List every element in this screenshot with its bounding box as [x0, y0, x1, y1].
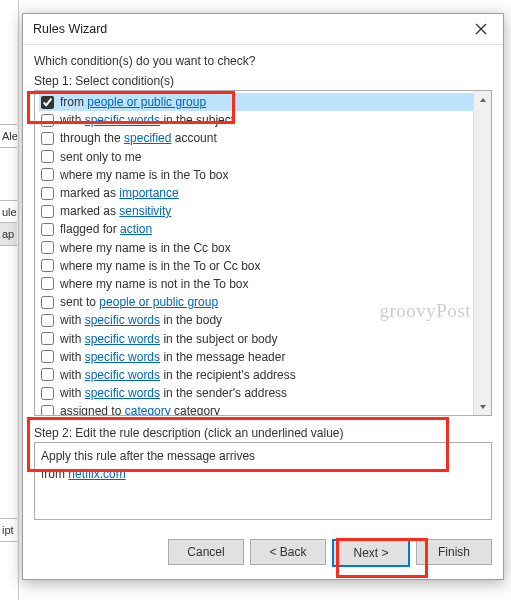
condition-row[interactable]: assigned to category category — [39, 402, 474, 415]
condition-text-pre: sent to — [60, 295, 99, 309]
desc-sender-link[interactable]: netflix.com — [68, 467, 125, 481]
condition-link[interactable]: specific words — [85, 313, 160, 327]
condition-link[interactable]: sensitivity — [119, 204, 171, 218]
condition-text: with specific words in the message heade… — [60, 350, 285, 364]
chevron-down-icon — [479, 404, 487, 410]
condition-link[interactable]: specific words — [85, 113, 160, 127]
condition-row[interactable]: where my name is in the Cc box — [39, 239, 474, 257]
condition-link[interactable]: importance — [119, 186, 178, 200]
step1-label: Step 1: Select condition(s) — [34, 74, 492, 88]
condition-checkbox[interactable] — [41, 259, 54, 272]
condition-text-pre: marked as — [60, 186, 119, 200]
condition-link[interactable]: category — [125, 404, 171, 415]
condition-checkbox[interactable] — [41, 187, 54, 200]
dialog-button-row: Cancel < Back Next > Finish — [168, 539, 492, 567]
condition-text: sent only to me — [60, 150, 141, 164]
condition-row[interactable]: where my name is not in the To box — [39, 275, 474, 293]
scroll-up-button[interactable] — [474, 91, 491, 108]
condition-text-pre: from — [60, 95, 87, 109]
conditions-scrollbar[interactable] — [473, 91, 491, 415]
condition-checkbox[interactable] — [41, 96, 54, 109]
condition-text: where my name is in the To or Cc box — [60, 259, 261, 273]
condition-text-pre: with — [60, 368, 85, 382]
condition-checkbox[interactable] — [41, 296, 54, 309]
condition-checkbox[interactable] — [41, 277, 54, 290]
condition-text: from people or public group — [60, 95, 206, 109]
rules-wizard-dialog: Rules Wizard Which condition(s) do you w… — [22, 13, 504, 580]
condition-text-post: in the subject — [160, 113, 234, 127]
condition-row[interactable]: with specific words in the sender's addr… — [39, 384, 474, 402]
condition-link[interactable]: specific words — [85, 368, 160, 382]
condition-text: marked as sensitivity — [60, 204, 171, 218]
condition-checkbox[interactable] — [41, 350, 54, 363]
condition-checkbox[interactable] — [41, 150, 54, 163]
condition-text-post: in the body — [160, 313, 222, 327]
cancel-button[interactable]: Cancel — [168, 539, 244, 565]
description-line2: from netflix.com — [41, 465, 485, 483]
prompt-text: Which condition(s) do you want to check? — [34, 54, 492, 68]
condition-text-pre: where my name is in the Cc box — [60, 241, 231, 255]
condition-checkbox[interactable] — [41, 405, 54, 415]
condition-text-pre: where my name is in the To box — [60, 168, 229, 182]
condition-link[interactable]: action — [120, 222, 152, 236]
rule-description-box[interactable]: Apply this rule after the message arrive… — [34, 442, 492, 520]
condition-text: flagged for action — [60, 222, 152, 236]
condition-row[interactable]: through the specified account — [39, 129, 474, 147]
condition-row[interactable]: where my name is in the To or Cc box — [39, 257, 474, 275]
condition-text-post: in the message header — [160, 350, 285, 364]
condition-link[interactable]: specific words — [85, 386, 160, 400]
condition-row[interactable]: with specific words in the message heade… — [39, 348, 474, 366]
condition-row[interactable]: flagged for action — [39, 220, 474, 238]
condition-row[interactable]: with specific words in the body — [39, 311, 474, 329]
condition-checkbox[interactable] — [41, 168, 54, 181]
condition-link[interactable]: people or public group — [99, 295, 218, 309]
description-line1: Apply this rule after the message arrive… — [41, 447, 485, 465]
condition-checkbox[interactable] — [41, 387, 54, 400]
condition-row[interactable]: from people or public group — [39, 93, 474, 111]
titlebar: Rules Wizard — [23, 14, 503, 45]
condition-checkbox[interactable] — [41, 205, 54, 218]
condition-text-post: in the recipient's address — [160, 368, 296, 382]
condition-row[interactable]: with specific words in the subject — [39, 111, 474, 129]
condition-row[interactable]: sent only to me — [39, 148, 474, 166]
condition-text-pre: with — [60, 386, 85, 400]
back-button[interactable]: < Back — [250, 539, 326, 565]
condition-text: with specific words in the subject or bo… — [60, 332, 277, 346]
condition-row[interactable]: sent to people or public group — [39, 293, 474, 311]
condition-link[interactable]: specified — [124, 131, 171, 145]
dialog-body: Which condition(s) do you want to check?… — [34, 54, 492, 567]
condition-link[interactable]: specific words — [85, 332, 160, 346]
condition-checkbox[interactable] — [41, 368, 54, 381]
condition-row[interactable]: where my name is in the To box — [39, 166, 474, 184]
condition-checkbox[interactable] — [41, 132, 54, 145]
condition-checkbox[interactable] — [41, 241, 54, 254]
condition-link[interactable]: specific words — [85, 350, 160, 364]
conditions-listbox: from people or public groupwith specific… — [34, 90, 492, 416]
description-section: Step 2: Edit the rule description (click… — [34, 426, 492, 520]
dialog-title: Rules Wizard — [33, 22, 107, 36]
condition-checkbox[interactable] — [41, 332, 54, 345]
condition-text: where my name is not in the To box — [60, 277, 249, 291]
condition-text: with specific words in the subject — [60, 113, 234, 127]
condition-row[interactable]: marked as importance — [39, 184, 474, 202]
condition-checkbox[interactable] — [41, 223, 54, 236]
finish-button[interactable]: Finish — [416, 539, 492, 565]
condition-text-pre: flagged for — [60, 222, 120, 236]
scroll-down-button[interactable] — [474, 398, 491, 415]
condition-row[interactable]: marked as sensitivity — [39, 202, 474, 220]
conditions-list[interactable]: from people or public groupwith specific… — [35, 91, 474, 415]
next-button[interactable]: Next > — [332, 539, 410, 567]
condition-row[interactable]: with specific words in the recipient's a… — [39, 366, 474, 384]
condition-checkbox[interactable] — [41, 114, 54, 127]
close-button[interactable] — [461, 14, 501, 44]
condition-link[interactable]: people or public group — [87, 95, 206, 109]
condition-row[interactable]: with specific words in the subject or bo… — [39, 329, 474, 347]
condition-text: where my name is in the To box — [60, 168, 229, 182]
bg-frag-ipt: ipt — [0, 518, 17, 542]
background-sidebar-fragment: Ale ule ap ipt — [0, 0, 19, 600]
condition-text-pre: through the — [60, 131, 124, 145]
condition-checkbox[interactable] — [41, 314, 54, 327]
condition-text-post: account — [171, 131, 216, 145]
condition-text-pre: assigned to — [60, 404, 125, 415]
condition-text: sent to people or public group — [60, 295, 218, 309]
